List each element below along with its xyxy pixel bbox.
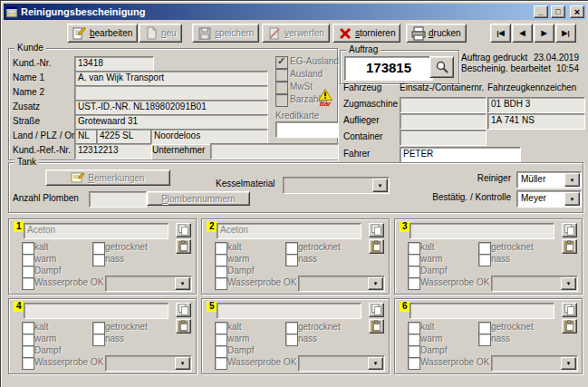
dropdown-arrow-icon[interactable]: ▼ bbox=[561, 357, 576, 370]
wasserprobe-checkbox[interactable] bbox=[22, 277, 34, 290]
dropdown-arrow-icon[interactable]: ▼ bbox=[368, 277, 383, 290]
edit-button[interactable]: bearbeiten bbox=[67, 24, 138, 43]
dampf-checkbox[interactable] bbox=[215, 345, 227, 358]
kund-ref-field[interactable]: 12312213 bbox=[74, 143, 152, 160]
fahrer-field[interactable]: PETER bbox=[400, 147, 521, 163]
dampf-checkbox[interactable] bbox=[22, 345, 34, 358]
kalt-checkbox[interactable] bbox=[408, 242, 420, 255]
getrocknet-checkbox[interactable] bbox=[285, 242, 298, 255]
kesselmaterial-combobox[interactable]: ▼ bbox=[283, 177, 390, 194]
produkt-field[interactable] bbox=[217, 303, 361, 319]
nass-checkbox[interactable] bbox=[92, 254, 105, 266]
auftrag-such-button[interactable] bbox=[429, 56, 454, 78]
kalt-checkbox[interactable] bbox=[22, 242, 34, 255]
getrocknet-checkbox[interactable] bbox=[478, 322, 491, 334]
copy-button[interactable] bbox=[176, 223, 191, 237]
nass-checkbox[interactable] bbox=[478, 254, 491, 266]
dampf-checkbox[interactable] bbox=[22, 266, 34, 278]
wasserprobe-combobox[interactable]: ▼ bbox=[105, 355, 192, 372]
dropdown-arrow-icon[interactable]: ▼ bbox=[368, 357, 383, 370]
bestaetigung-combobox[interactable]: Meyer ▼ bbox=[516, 190, 582, 208]
auflieger-kennzeichen-field[interactable]: 1A 741 NS bbox=[487, 113, 585, 130]
new-button[interactable]: neu bbox=[139, 24, 182, 43]
nav-first-button[interactable]: |◀ bbox=[490, 24, 511, 43]
getrocknet-checkbox[interactable] bbox=[92, 242, 105, 255]
produkt-field[interactable]: Aceton bbox=[217, 223, 361, 239]
zugmaschine-einsatz-field[interactable] bbox=[400, 97, 487, 113]
wasserprobe-checkbox[interactable] bbox=[408, 357, 420, 370]
zugmaschine-kennzeichen-field[interactable]: 01 BDH 3 bbox=[487, 97, 585, 113]
mwst-checkbox[interactable] bbox=[275, 82, 288, 94]
warm-checkbox[interactable] bbox=[408, 254, 420, 266]
nav-last-button[interactable]: ▶| bbox=[555, 24, 576, 43]
getrocknet-checkbox[interactable] bbox=[92, 322, 105, 334]
paste-button[interactable] bbox=[369, 319, 384, 334]
plombennummern-button[interactable]: Plombennummern bbox=[147, 191, 250, 206]
nass-checkbox[interactable] bbox=[478, 334, 491, 346]
wasserprobe-combobox[interactable]: ▼ bbox=[298, 355, 385, 372]
kalt-checkbox[interactable] bbox=[408, 322, 420, 334]
copy-button[interactable] bbox=[562, 223, 577, 237]
produkt-field[interactable] bbox=[24, 303, 169, 319]
paste-button[interactable] bbox=[176, 319, 191, 334]
paste-button[interactable] bbox=[369, 239, 384, 254]
wasserprobe-combobox[interactable]: ▼ bbox=[491, 355, 578, 372]
copy-button[interactable] bbox=[562, 303, 577, 317]
unternehmer-field[interactable] bbox=[210, 143, 339, 160]
anzahl-plomben-field[interactable] bbox=[89, 191, 147, 208]
produkt-field[interactable]: Aceton bbox=[24, 223, 169, 239]
copy-button[interactable] bbox=[369, 303, 384, 317]
paste-button[interactable] bbox=[562, 319, 577, 334]
kreditkarte-field[interactable] bbox=[275, 121, 339, 138]
nav-next-button[interactable]: ▶ bbox=[534, 24, 554, 43]
kalt-checkbox[interactable] bbox=[215, 242, 227, 255]
dropdown-arrow-icon[interactable]: ▼ bbox=[561, 277, 576, 290]
kalt-checkbox[interactable] bbox=[215, 322, 227, 334]
wasserprobe-checkbox[interactable] bbox=[22, 357, 34, 370]
wasserprobe-checkbox[interactable] bbox=[215, 277, 227, 290]
nav-prev-button[interactable]: ◀ bbox=[512, 24, 533, 43]
warm-checkbox[interactable] bbox=[408, 334, 420, 346]
ausland-checkbox[interactable] bbox=[275, 69, 288, 82]
cancel-button[interactable]: stornieren bbox=[333, 24, 400, 43]
getrocknet-checkbox[interactable] bbox=[285, 322, 298, 334]
eg-ausland-checkbox[interactable]: ✓ bbox=[275, 56, 288, 69]
produkt-field[interactable] bbox=[410, 223, 554, 239]
warm-checkbox[interactable] bbox=[215, 334, 227, 346]
nass-checkbox[interactable] bbox=[285, 334, 298, 346]
dampf-checkbox[interactable] bbox=[215, 266, 227, 278]
minimize-button[interactable]: _ bbox=[534, 5, 548, 18]
nass-checkbox[interactable] bbox=[285, 254, 298, 266]
close-button[interactable]: × bbox=[570, 5, 584, 18]
dropdown-arrow-icon[interactable]: ▼ bbox=[564, 173, 580, 187]
auftrag-nummer-field[interactable]: 173815 bbox=[344, 56, 433, 81]
paste-button[interactable] bbox=[562, 239, 577, 254]
kalt-checkbox[interactable] bbox=[22, 322, 34, 334]
dampf-checkbox[interactable] bbox=[408, 345, 420, 358]
dropdown-arrow-icon[interactable]: ▼ bbox=[175, 357, 190, 370]
dropdown-arrow-icon[interactable]: ▼ bbox=[175, 277, 190, 290]
nass-checkbox[interactable] bbox=[92, 334, 105, 346]
copy-button[interactable] bbox=[369, 223, 384, 237]
wasserprobe-combobox[interactable]: ▼ bbox=[298, 276, 385, 292]
warm-checkbox[interactable] bbox=[215, 254, 227, 266]
save-button[interactable]: speichern bbox=[192, 24, 259, 43]
dropdown-arrow-icon[interactable]: ▼ bbox=[564, 192, 580, 206]
wasserprobe-combobox[interactable]: ▼ bbox=[105, 276, 192, 292]
maximize-button[interactable]: □ bbox=[551, 5, 565, 18]
produkt-field[interactable] bbox=[410, 303, 554, 319]
dampf-checkbox[interactable] bbox=[408, 266, 420, 278]
reiniger-combobox[interactable]: Müller ▼ bbox=[516, 171, 582, 189]
getrocknet-checkbox[interactable] bbox=[478, 242, 491, 255]
discard-button[interactable]: verwerfen bbox=[262, 24, 330, 43]
auflieger-einsatz-field[interactable] bbox=[400, 113, 487, 130]
container-einsatz-field[interactable] bbox=[400, 130, 487, 146]
barzahler-checkbox[interactable] bbox=[275, 94, 288, 107]
dropdown-arrow-icon[interactable]: ▼ bbox=[372, 179, 388, 192]
warm-checkbox[interactable] bbox=[22, 254, 34, 266]
bemerkungen-button[interactable]: Bemerkungen bbox=[45, 169, 170, 186]
wasserprobe-checkbox[interactable] bbox=[408, 277, 420, 290]
wasserprobe-combobox[interactable]: ▼ bbox=[491, 276, 578, 292]
copy-button[interactable] bbox=[176, 303, 191, 317]
warm-checkbox[interactable] bbox=[22, 334, 34, 346]
